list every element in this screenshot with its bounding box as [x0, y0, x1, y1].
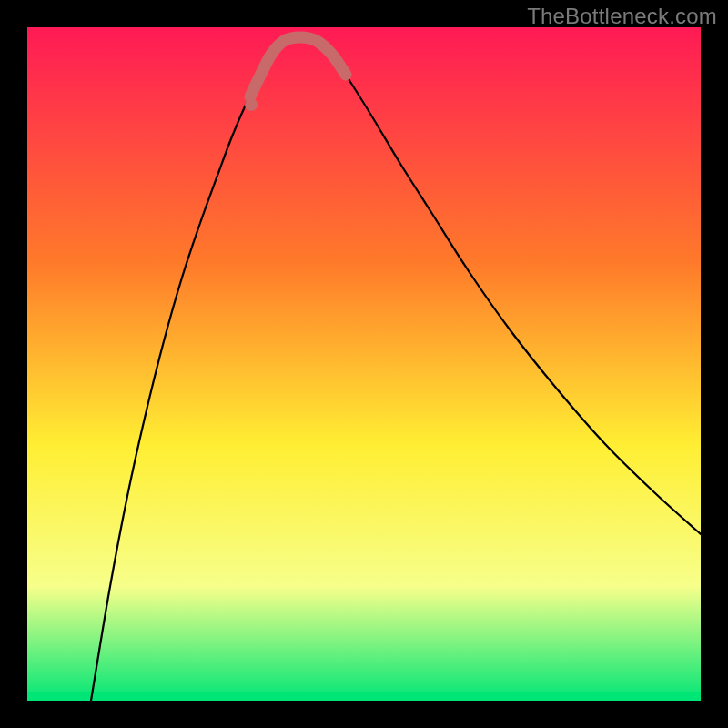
gradient-background [27, 27, 701, 701]
plot-area [27, 27, 701, 701]
floor-band [27, 692, 701, 701]
bottleneck-chart [27, 27, 701, 701]
watermark-text: TheBottleneck.com [527, 4, 717, 29]
marker-left-dot [245, 98, 258, 111]
outer-frame: TheBottleneck.com [0, 0, 728, 728]
